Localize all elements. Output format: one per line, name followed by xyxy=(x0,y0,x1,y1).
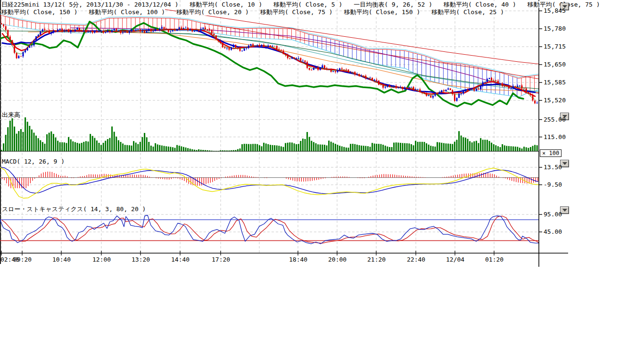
legend-row-1: 日経225mini 13/12( 5分, 2013/11/30 - 2013/1… xyxy=(1,1,611,8)
stochastics-axis-label: 95.00 xyxy=(544,211,562,218)
price-axis-label: 15,715 xyxy=(544,43,566,50)
legend-item: 移動平均( Close, 150 ) xyxy=(1,8,78,16)
price-axis-label: 15,780 xyxy=(544,25,566,32)
volume-axis-label: 115.00 xyxy=(544,134,566,140)
volume-panel-label: 出来高 xyxy=(2,112,20,118)
macd-axis-label: -9.50 xyxy=(544,181,562,188)
time-axis-label: 10:40 xyxy=(52,256,71,263)
time-axis-label: 12:00 xyxy=(92,256,111,263)
price-axis-label: 15,845 xyxy=(544,8,566,14)
legend-item: 移動平均( Close, 100 ) xyxy=(89,8,165,16)
stochastics-axis-label: 45.00 xyxy=(544,229,562,235)
chart-application-window: 日経225mini 13/12( 5分, 2013/11/30 - 2013/1… xyxy=(0,0,644,362)
legend-item: 移動平均( Close, 25 ) xyxy=(431,8,504,16)
chevron-down-icon xyxy=(562,209,567,212)
legend-item: 移動平均( Close, 75 ) xyxy=(260,8,333,16)
legend-item: 日経225mini 13/12( 5分, 2013/11/30 - 2013/1… xyxy=(1,1,179,8)
macd-axis-label: 13.50 xyxy=(544,164,562,171)
legend-row-2: 移動平均( Close, 150 )移動平均( Close, 100 )移動平均… xyxy=(1,8,515,16)
time-axis-label: 09:20 xyxy=(13,256,32,263)
time-axis-label: 20:00 xyxy=(328,256,347,263)
volume-multiplier-box: × 100 xyxy=(540,149,561,157)
chevron-down-icon xyxy=(562,162,567,165)
legend-item: 一目均衡表( 9, 26, 52 ) xyxy=(354,1,432,8)
legend-item: 移動平均( Close, 10 ) xyxy=(190,1,263,8)
macd-panel-label: MACD( 12, 26, 9 ) xyxy=(2,158,65,165)
legend-item: 移動平均( Close, 150 ) xyxy=(344,8,421,16)
stochastics-panel-label: スロー・ストキャスティクス( 14, 3, 80, 20 ) xyxy=(2,206,146,213)
price-axis-label: 15,520 xyxy=(544,97,566,104)
time-axis-label: 12/04 xyxy=(446,256,464,263)
time-axis-label: 01:20 xyxy=(485,256,504,263)
legend-item: 移動平均( Close, 20 ) xyxy=(176,8,249,16)
price-axis-label: 15,650 xyxy=(544,61,566,68)
legend-item: 移動平均( Close, 40 ) xyxy=(444,1,516,8)
price-axis-label: 15,585 xyxy=(544,79,566,86)
volume-axis-label: 255.00 xyxy=(544,116,566,123)
time-axis-label: 21:20 xyxy=(367,256,386,263)
chart-canvas[interactable] xyxy=(0,0,575,283)
time-axis-label: 18:40 xyxy=(289,256,307,263)
time-axis-label: 17:20 xyxy=(212,256,230,263)
time-axis-label: 22:40 xyxy=(407,256,425,263)
legend-item: 移動平均( Close, 5 ) xyxy=(273,1,342,8)
time-axis-label: 13:20 xyxy=(132,256,150,263)
time-axis-label: 14:40 xyxy=(171,256,190,263)
